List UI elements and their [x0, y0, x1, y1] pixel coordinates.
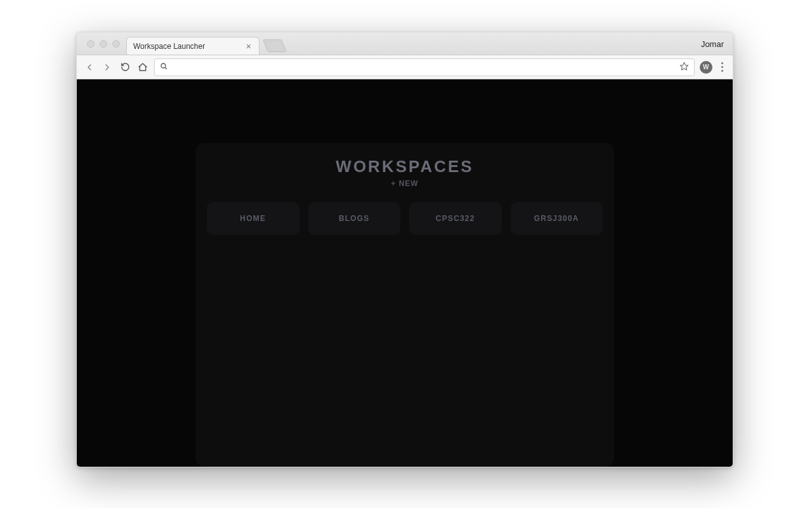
omnibox[interactable] — [154, 58, 695, 76]
panel-title: WORKSPACES — [207, 157, 603, 177]
profile-name-label[interactable]: Jomar — [701, 32, 724, 55]
workspace-tiles: HOME BLOGS CPSC322 GRSJ300A — [207, 202, 603, 235]
svg-marker-2 — [680, 62, 688, 70]
new-tab-button[interactable] — [263, 39, 287, 52]
search-icon — [160, 62, 167, 72]
svg-line-1 — [165, 67, 166, 69]
reload-icon[interactable] — [119, 61, 131, 74]
forward-icon[interactable] — [101, 61, 114, 74]
workspace-tile-blogs[interactable]: BLOGS — [308, 202, 401, 235]
browser-window: Workspace Launcher × Jomar W — [76, 32, 733, 467]
browser-tab-title: Workspace Launcher — [133, 42, 245, 51]
avatar-letter: W — [703, 64, 709, 70]
workspace-tile-label: HOME — [240, 214, 266, 223]
workspace-tile-label: CPSC322 — [436, 214, 475, 223]
omnibox-input[interactable] — [173, 62, 674, 72]
page-viewport: WORKSPACES + NEW HOME BLOGS CPSC322 GRSJ… — [77, 79, 733, 467]
workspace-tile-label: GRSJ300A — [534, 214, 579, 223]
window-controls — [83, 32, 126, 55]
workspace-tile-grsj300a[interactable]: GRSJ300A — [511, 202, 603, 235]
workspace-tile-label: BLOGS — [339, 214, 370, 223]
new-workspace-button[interactable]: + NEW — [207, 179, 603, 188]
workspace-tile-home[interactable]: HOME — [207, 202, 299, 235]
workspaces-panel: WORKSPACES + NEW HOME BLOGS CPSC322 GRSJ… — [195, 143, 614, 467]
toolbar: W — [77, 55, 733, 79]
bookmark-star-icon[interactable] — [679, 62, 689, 73]
tab-strip: Workspace Launcher × Jomar — [77, 32, 733, 55]
window-zoom-dot[interactable] — [112, 40, 120, 48]
workspace-tile-cpsc322[interactable]: CPSC322 — [409, 202, 502, 235]
home-icon[interactable] — [136, 61, 149, 74]
back-icon[interactable] — [83, 61, 96, 74]
profile-avatar[interactable]: W — [700, 61, 712, 74]
browser-tab[interactable]: Workspace Launcher × — [126, 37, 259, 55]
tab-close-icon[interactable]: × — [245, 42, 252, 51]
window-close-dot[interactable] — [87, 40, 95, 48]
menu-kebab-icon[interactable] — [717, 60, 726, 74]
window-minimize-dot[interactable] — [100, 40, 107, 48]
